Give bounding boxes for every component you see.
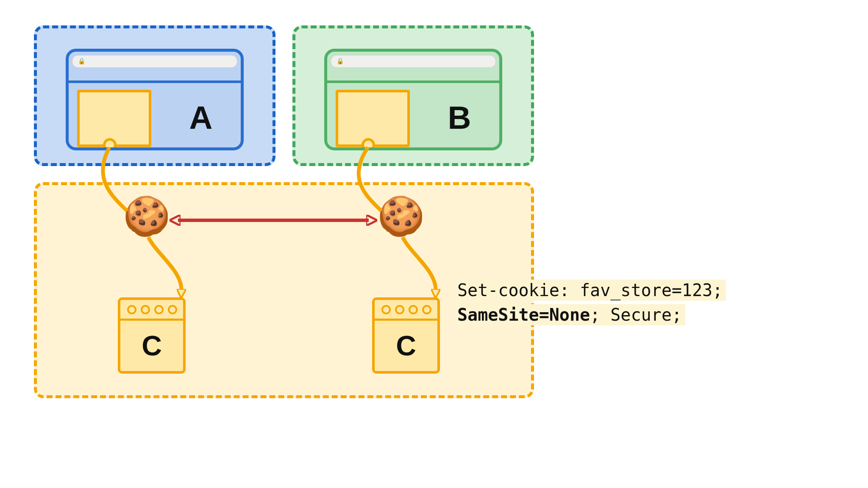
browser-divider xyxy=(69,71,241,83)
site-b-label: B xyxy=(426,99,493,136)
window-dots-icon xyxy=(127,305,177,314)
code-bold: SameSite=None xyxy=(457,305,590,324)
code-line-2: SameSite=None; Secure; xyxy=(456,304,685,325)
address-bar xyxy=(72,55,237,68)
browser-divider xyxy=(327,71,499,83)
address-bar xyxy=(331,55,496,68)
window-dots-icon xyxy=(381,305,431,314)
cookie-icon: 🍪 xyxy=(377,197,425,235)
code-rest: ; Secure; xyxy=(590,305,682,324)
window-divider xyxy=(375,319,437,321)
window-divider xyxy=(120,319,183,321)
browser-a: 🔒 A xyxy=(66,49,244,150)
server-c-right: C xyxy=(372,297,440,374)
lock-icon: 🔒 xyxy=(337,58,344,64)
server-c-left: C xyxy=(118,297,186,374)
server-c-left-label: C xyxy=(120,330,183,362)
server-c-right-label: C xyxy=(375,330,437,362)
connection-dot-icon xyxy=(103,138,117,150)
connection-dot-icon xyxy=(362,138,375,150)
code-line-1: Set-cookie: fav_store=123; xyxy=(456,280,726,301)
embedded-frame xyxy=(77,90,151,147)
lock-icon: 🔒 xyxy=(78,58,85,64)
embedded-frame xyxy=(336,90,410,147)
browser-b: 🔒 B xyxy=(324,49,502,150)
cookie-icon: 🍪 xyxy=(123,197,170,235)
site-a-label: A xyxy=(167,99,235,136)
